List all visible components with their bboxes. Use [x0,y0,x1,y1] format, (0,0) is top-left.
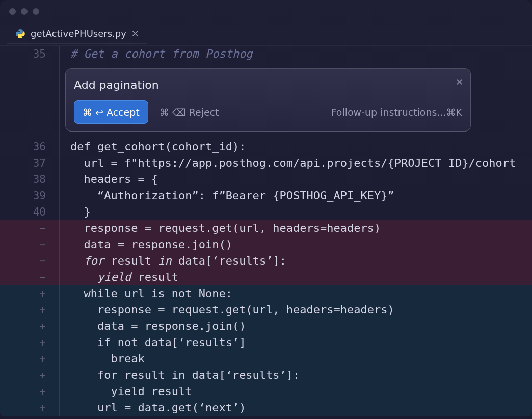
tab-bar: getActivePHUsers.py ✕ [0,22,532,46]
line-number: 36 [0,139,60,155]
tab-close-icon[interactable]: ✕ [131,28,139,39]
line-number: − [0,237,60,253]
reject-button[interactable]: ⌘ ⌫ Reject [159,104,219,120]
code-line[interactable]: + url = data.get(‘next’) [0,400,532,416]
code-text: url = f"https://app.posthog.com/api.proj… [60,155,532,171]
line-number: + [0,400,60,416]
accept-button[interactable]: ⌘ ↩ Accept [74,100,148,124]
code-text: for result in data[‘results’]: [60,367,532,383]
line-number: + [0,367,60,383]
line-number: 39 [0,188,60,204]
code-text: if not data[‘results’] [60,334,532,351]
code-editor[interactable]: 35# Get a cohort from Posthog✕Add pagina… [0,46,532,416]
line-number: + [0,383,60,400]
code-line[interactable]: 38 headers = { [0,171,532,188]
traffic-light-minimize[interactable] [21,8,28,15]
code-line[interactable]: − for result in data[‘results’]: [0,253,532,269]
code-line[interactable]: + response = request.get(url, headers=he… [0,302,532,318]
line-number: + [0,351,60,367]
code-line[interactable]: 39 “Authorization”: f”Bearer {POSTHOG_AP… [0,188,532,204]
code-text: url = data.get(‘next’) [60,400,532,416]
line-number: − [0,253,60,269]
code-text: while url is not None: [60,285,532,302]
code-text: data = response.join() [60,237,532,253]
code-text: response = request.get(url, headers=head… [60,220,532,237]
line-number: 35 [0,46,60,62]
code-text: yield result [60,383,532,400]
code-line[interactable]: + break [0,351,532,367]
close-icon[interactable]: ✕ [456,74,463,90]
ai-suggestion-popup: ✕Add pagination⌘ ↩ Accept⌘ ⌫ RejectFollo… [65,68,471,132]
code-text: for result in data[‘results’]: [60,253,532,269]
editor-window: getActivePHUsers.py ✕ 35# Get a cohort f… [0,0,532,419]
code-line[interactable]: − response = request.get(url, headers=he… [0,220,532,237]
code-line[interactable]: 35# Get a cohort from Posthog [0,46,532,62]
inline-popup-row: ✕Add pagination⌘ ↩ Accept⌘ ⌫ RejectFollo… [0,62,532,139]
traffic-light-close[interactable] [9,8,16,15]
line-number: 40 [0,204,60,220]
code-line[interactable]: − data = response.join() [0,237,532,253]
code-line[interactable]: 37 url = f"https://app.posthog.com/api.p… [0,155,532,171]
line-number: 37 [0,155,60,171]
code-line[interactable]: 40 } [0,204,532,220]
code-line[interactable]: + while url is not None: [0,285,532,302]
code-line[interactable]: + yield result [0,383,532,400]
python-icon [15,29,25,39]
traffic-light-zoom[interactable] [33,8,39,15]
line-number: + [0,285,60,302]
popup-title: Add pagination [74,77,462,93]
code-line[interactable]: + for result in data[‘results’]: [0,367,532,383]
code-text: “Authorization”: f”Bearer {POSTHOG_API_K… [60,188,532,204]
code-line[interactable]: 36def get_cohort(cohort_id): [0,139,532,155]
code-line[interactable]: + data = response.join() [0,318,532,334]
code-text: } [60,204,532,220]
code-line[interactable]: + if not data[‘results’] [0,334,532,351]
line-number: + [0,318,60,334]
code-text: data = response.join() [60,318,532,334]
line-number: + [0,334,60,351]
tab-filename: getActivePHUsers.py [31,28,126,39]
line-number: 38 [0,171,60,188]
code-text: break [60,351,532,367]
code-text: # Get a cohort from Posthog [60,46,532,62]
window-titlebar [0,0,532,22]
code-text: def get_cohort(cohort_id): [60,139,532,155]
tab-file[interactable]: getActivePHUsers.py ✕ [7,24,147,44]
code-line[interactable]: − yield result [0,269,532,285]
code-text: headers = { [60,171,532,188]
line-number: + [0,302,60,318]
line-number: − [0,269,60,285]
code-text: yield result [60,269,532,285]
code-text: response = request.get(url, headers=head… [60,302,532,318]
followup-hint[interactable]: Follow-up instructions...⌘K [331,104,462,120]
line-number: − [0,220,60,237]
